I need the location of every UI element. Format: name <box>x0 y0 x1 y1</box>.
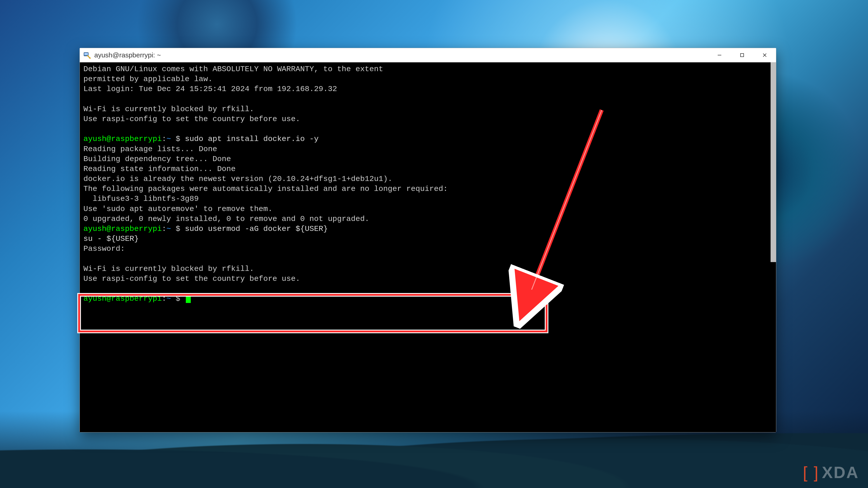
svg-point-2 <box>89 57 91 59</box>
command-3: su - ${USER} <box>84 234 139 243</box>
wifi-warning: Wi-Fi is currently blocked by rfkill. <box>84 105 254 113</box>
apt-output: docker.io is already the newest version … <box>84 175 393 183</box>
prompt-path: ~ <box>166 294 171 303</box>
close-button[interactable] <box>753 48 776 62</box>
prompt-path: ~ <box>166 135 171 143</box>
window-titlebar[interactable]: ayush@raspberrypi: ~ <box>80 48 776 62</box>
putty-icon <box>83 51 91 59</box>
svg-rect-1 <box>84 53 88 55</box>
apt-output: The following packages were automaticall… <box>84 185 448 193</box>
minimize-button[interactable] <box>708 48 731 62</box>
motd-line: permitted by applicable law. <box>84 75 213 84</box>
window-title: ayush@raspberrypi: ~ <box>94 51 161 59</box>
xda-watermark: [ ]XDA <box>803 463 859 482</box>
apt-output: 0 upgraded, 0 newly installed, 0 to remo… <box>84 215 369 223</box>
wifi-warning: Use raspi-config to set the country befo… <box>84 115 300 123</box>
prompt-path: ~ <box>166 225 171 233</box>
wifi-warning: Use raspi-config to set the country befo… <box>84 274 300 283</box>
apt-output: Building dependency tree... Done <box>84 155 231 163</box>
apt-output: Use 'sudo apt autoremove' to remove them… <box>84 205 273 213</box>
last-login-line: Last login: Tue Dec 24 15:25:41 2024 fro… <box>84 85 337 93</box>
prompt-user: ayush@raspberrypi <box>84 294 162 303</box>
apt-output: Reading state information... Done <box>84 165 236 173</box>
prompt-user: ayush@raspberrypi <box>84 225 162 233</box>
terminal-output[interactable]: Debian GNU/Linux comes with ABSOLUTELY N… <box>80 62 776 432</box>
terminal-cursor <box>186 295 191 303</box>
password-prompt: Password: <box>84 245 125 253</box>
desktop-background: ayush@raspberrypi: ~ Debian GNU/Linux co… <box>0 0 868 488</box>
motd-line: Debian GNU/Linux comes with ABSOLUTELY N… <box>84 65 383 73</box>
wifi-warning: Wi-Fi is currently blocked by rfkill. <box>84 265 254 273</box>
apt-output: Reading package lists... Done <box>84 145 217 153</box>
prompt-user: ayush@raspberrypi <box>84 135 162 143</box>
svg-rect-4 <box>741 54 744 57</box>
command-2: sudo usermod -aG docker ${USER} <box>185 225 328 233</box>
maximize-button[interactable] <box>731 48 753 62</box>
command-1: sudo apt install docker.io -y <box>185 135 319 143</box>
terminal-scrollbar[interactable] <box>771 62 776 262</box>
watermark-text: XDA <box>822 463 859 482</box>
apt-output: libfuse3-3 libntfs-3g89 <box>84 195 199 203</box>
putty-window: ayush@raspberrypi: ~ Debian GNU/Linux co… <box>80 48 776 432</box>
